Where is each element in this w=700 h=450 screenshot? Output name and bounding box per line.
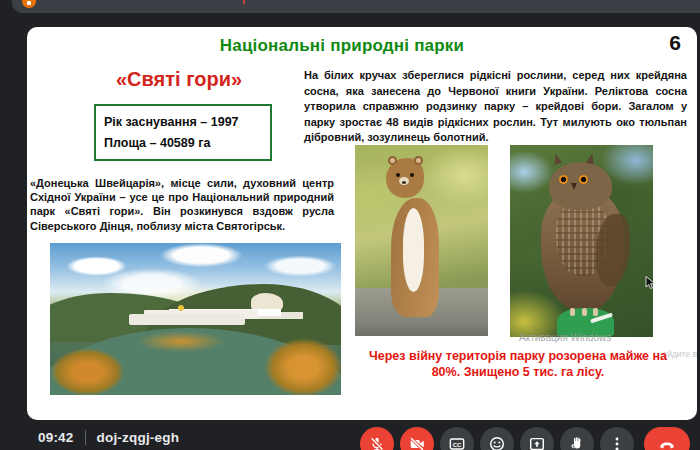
owl-head (549, 162, 612, 210)
owl-talon (593, 308, 598, 316)
captions-icon: CC (448, 435, 466, 450)
presented-slide: Національні природні парки 6 «Святі гори… (27, 27, 697, 420)
raise-hand-button[interactable] (560, 427, 594, 450)
stoat-eye (410, 173, 414, 177)
slide-page-number: 6 (669, 31, 681, 55)
owl-talon (582, 308, 587, 316)
park-name-heading: «Святі гори» (93, 68, 265, 91)
mouse-cursor (645, 276, 657, 294)
reactions-button[interactable] (480, 427, 514, 450)
stoat-nose (402, 181, 406, 184)
captions-button[interactable]: CC (440, 427, 474, 450)
windows-activation-watermark: Активация Windows (519, 332, 611, 343)
stoat-ear (388, 156, 397, 165)
present-screen-icon (528, 435, 546, 450)
park-description-paragraph: «Донецька Швейцарія», місце сили, духовн… (30, 176, 334, 233)
call-controls: CC (360, 427, 690, 450)
smiley-reaction-icon (488, 435, 506, 450)
camera-off-button[interactable] (400, 427, 434, 450)
stoat-ear (414, 156, 423, 165)
stoat-eye (396, 173, 400, 177)
monastery-buildings (129, 314, 245, 325)
owl-eye (559, 175, 568, 184)
camera-off-icon (408, 435, 426, 450)
owl-talon (570, 308, 575, 316)
meeting-info: 09:42 doj-zqgj-egh (38, 430, 179, 445)
mute-mic-button[interactable] (360, 427, 394, 450)
sviatohirsk-panorama-image (50, 243, 341, 395)
autumn-trees-left (50, 340, 137, 395)
autumn-trees-right (251, 328, 341, 395)
clock-time: 09:42 (38, 430, 74, 445)
park-info-box: Рік заснування – 1997 Площа – 40589 га (94, 104, 272, 161)
owl-beak (571, 183, 577, 190)
eagle-owl-image (510, 145, 653, 337)
meeting-code: doj-zqgj-egh (97, 430, 180, 445)
flora-paragraph: На білих кручах збереглися рідкісні росл… (304, 68, 687, 146)
owl-wing (596, 214, 630, 287)
owl-ear-tuft (552, 152, 562, 165)
present-screen-button[interactable] (520, 427, 554, 450)
slide-title: Національні природні парки (27, 36, 657, 56)
park-area: Площа – 40589 га (104, 133, 262, 154)
shared-window-titlebar (12, 0, 700, 13)
more-options-button[interactable] (600, 427, 634, 450)
autumn-trees-center (137, 331, 224, 352)
raise-hand-icon (568, 435, 586, 450)
mic-off-icon (368, 435, 386, 450)
end-call-button[interactable] (644, 427, 690, 450)
stoat-image (355, 145, 488, 336)
svg-text:CC: CC (453, 442, 462, 448)
powerpoint-app-icon (22, 0, 36, 8)
war-damage-warning-text: Через війну територія парку розорена май… (357, 349, 679, 380)
more-options-icon (608, 435, 626, 450)
end-call-icon (657, 434, 677, 450)
stoat-chest (403, 208, 424, 292)
divider (85, 430, 86, 445)
owl-ear-tuft (586, 152, 596, 165)
titlebar-marker (243, 0, 245, 4)
chalk-cliff (251, 293, 283, 311)
meet-screen: { "window_bar": { "app_icon": "powerpoin… (0, 0, 700, 450)
owl-eye (579, 175, 588, 184)
park-founded-year: Рік заснування – 1997 (104, 112, 262, 133)
